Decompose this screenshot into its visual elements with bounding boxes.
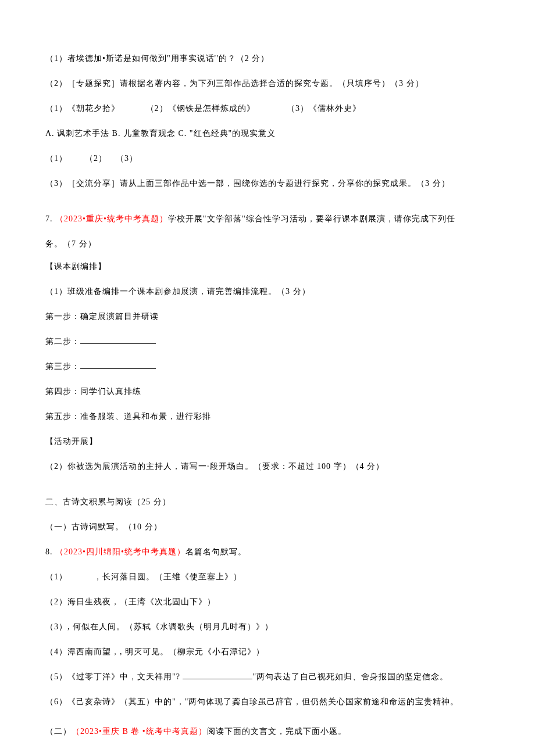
section-header: 【活动开展】	[45, 435, 491, 447]
source-tag: （2023•重庆•统考中考真题）	[55, 214, 168, 223]
text-line: （1）班级准备编排一个课本剧参加展演，请完善编排流程。（3 分）	[45, 285, 491, 298]
source-tag: （2023•四川绵阳•统考中考真题）	[55, 547, 186, 556]
step-label: 第三步：	[45, 362, 80, 371]
fill-blank[interactable]	[80, 360, 156, 369]
step-line: 第二步：	[45, 335, 491, 347]
document-page: （1）者埃德加•斯诺是如何做到"用事实说话''的？（2 分） （2）［专题探究］…	[0, 0, 535, 756]
text-line: 务。（7 分）	[45, 238, 491, 250]
poem-line: （6）《己亥杂诗》（其五）中的"，"两句体现了龚自珍虽己辞官，但仍然关心国家前途…	[45, 696, 491, 708]
option-1: （1）《朝花夕拾》	[45, 104, 120, 113]
subpart-2: （二）（2023•重庆 B 卷 •统考中考真题）阅读下面的文言文，完成下面小题。	[45, 725, 491, 737]
text-line: （1）《朝花夕拾》 （2）《钢铁是怎样炼成的》 （3）《儒林外史》	[45, 102, 491, 114]
part-header: 二、古诗文积累与阅读（25 分）	[45, 496, 491, 508]
question-text: 名篇名句默写。	[186, 547, 247, 556]
text-line: （2）你被选为展演活动的主持人，请写一·段开场白。（要求：不超过 100 字）（…	[45, 460, 491, 472]
question-number: 8.	[45, 547, 55, 556]
subpart-label: （二）	[45, 727, 72, 736]
subpart-text: 阅读下面的文言文，完成下面小题。	[207, 727, 347, 736]
fill-blank[interactable]	[183, 671, 252, 679]
poem-text: （5）《过零丁洋》中，文天祥用"?	[45, 672, 183, 681]
text-line: （3）［交流分享］请从上面三部作品中选一部，围绕你选的专题进行探究，分享你的探究…	[45, 177, 491, 189]
poem-line: （4）潭西南而望，, 明灭可见。（柳宗元《小石潭记》）	[45, 646, 491, 658]
question-8: 8. （2023•四川绵阳•统考中考真题）名篇名句默写。	[45, 546, 491, 558]
poem-line: （1） ，长河落日圆。（王维《使至塞上》）	[45, 571, 491, 583]
question-number: 7.	[45, 214, 55, 223]
text-line: A. 讽刺艺术手法 B. 儿童教育观念 C. "红色经典"的现实意义	[45, 127, 491, 139]
poem-line: （2）海日生残夜，（王湾《次北固山下》）	[45, 596, 491, 608]
question-text: 学校开展"文学部落''综合性学习活动，要举行课本剧展演，请你完成下列任	[168, 214, 455, 223]
fill-blank[interactable]	[80, 335, 156, 344]
poem-text: "两句表达了自己视死如归、舍身报国的坚定信念。	[252, 672, 448, 681]
step-line: 第四步：同学们认真排练	[45, 385, 491, 397]
subpart-header: （一）古诗词默写。（10 分）	[45, 521, 491, 533]
step-line: 第五步：准备服装、道具和布景，进行彩排	[45, 410, 491, 422]
poem-line: （5）《过零丁洋》中，文天祥用"? "两句表达了自己视死如归、舍身报国的坚定信念…	[45, 671, 491, 683]
option-3: （3）《儒林外史》	[287, 104, 361, 113]
poem-line: （3）, 何似在人间。（苏轼《水调歌头（明月几时有）》）	[45, 621, 491, 633]
step-label: 第二步：	[45, 337, 80, 346]
source-tag: （2023•重庆 B 卷 •统考中考真题）	[72, 727, 207, 736]
step-line: 第一步：确定展演篇目并研读	[45, 310, 491, 323]
step-line: 第三步：	[45, 360, 491, 372]
section-header: 【课本剧编排】	[45, 260, 491, 273]
text-line: （1） （2） （3）	[45, 152, 491, 164]
question-7: 7. （2023•重庆•统考中考真题）学校开展"文学部落''综合性学习活动，要举…	[45, 213, 491, 225]
option-2: （2）《钢铁是怎样炼成的》	[146, 104, 255, 113]
text-line: （1）者埃德加•斯诺是如何做到"用事实说话''的？（2 分）	[45, 52, 491, 65]
text-line: （2）［专题探究］请根据名著内容，为下列三部作品选择合适的探究专题。（只填序号）…	[45, 77, 491, 89]
